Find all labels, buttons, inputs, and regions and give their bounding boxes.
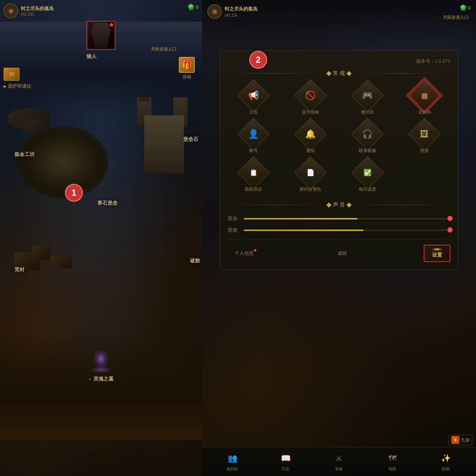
dwarf-label: 矮人 xyxy=(87,53,97,60)
shelter-arrow: ▶ xyxy=(4,84,6,88)
map-icon: 🗺 xyxy=(386,452,399,465)
badge-1: 1 xyxy=(65,184,83,202)
portrait-notification-dot xyxy=(110,23,113,27)
sound-title-wrap: 声 音 xyxy=(327,201,351,208)
tab-map[interactable]: 🗺 地图 xyxy=(386,452,399,472)
account-glyph: 👤 xyxy=(248,129,259,139)
tab-log[interactable]: 📖 日志 xyxy=(279,452,292,472)
support-icon: 🎧 xyxy=(356,123,379,146)
badge-2: 2 xyxy=(249,51,267,69)
menu-item-announcement[interactable]: 📢 公告 xyxy=(228,84,279,115)
ruin-stone-2 xyxy=(32,245,50,259)
right-panel: ⊕ 时之尽头的孤岛 (42,13) 0 天际步道人口 版本号：1.0.271 常… xyxy=(202,0,476,476)
broken-label: 破败 xyxy=(190,258,200,264)
community-icon: 🎮 xyxy=(356,84,379,107)
sfx-slider-fill xyxy=(244,230,363,231)
notify-icon: 🔔 xyxy=(299,123,322,146)
letter-icon[interactable]: ✉ xyxy=(4,68,19,81)
menu-item-account[interactable]: 👤 账号 xyxy=(228,123,279,154)
settings-btn[interactable]: 设置 xyxy=(424,245,450,262)
soul-tomb-label: ✓ 灵魂之墓 xyxy=(88,376,114,382)
personal-info-dot xyxy=(254,249,256,252)
preview-icon: 📄 xyxy=(299,161,322,184)
sfx-slider-track[interactable] xyxy=(244,230,450,231)
personal-info-btn[interactable]: 个人信息 xyxy=(228,247,261,259)
log-label: 日志 xyxy=(282,466,290,472)
sfx-slider-row: 音效 xyxy=(228,227,450,233)
daily-glyph: ✅ xyxy=(363,169,371,177)
sound-section-header: 声 音 xyxy=(228,201,450,208)
music-slider-fill xyxy=(244,218,357,219)
personal-info-label: 个人信息 xyxy=(235,250,254,257)
sound-divider-right xyxy=(354,205,450,205)
cold-stone-label: 寒石堡垒 xyxy=(97,200,118,206)
ruin-stone-3 xyxy=(50,256,72,268)
wasteland-label: 荒村 xyxy=(14,267,25,273)
activity-button[interactable]: 🎁 活动 xyxy=(179,57,195,80)
quality-glyph: 🖼 xyxy=(420,129,429,139)
music-slider-track[interactable] xyxy=(244,218,450,219)
menu-item-privacy[interactable]: 📋 隐私协议 xyxy=(228,161,279,192)
menu-item-quality[interactable]: 🖼 画质 xyxy=(399,123,450,154)
right-location-name: 时之尽头的孤岛 xyxy=(225,6,257,12)
compass-icon-right[interactable]: ⊕ xyxy=(207,4,222,19)
skill-label: 技能 xyxy=(442,466,450,472)
terrain-mid xyxy=(18,126,108,198)
general-title-wrap: 常 规 xyxy=(327,70,351,77)
watermark: 9 九游 xyxy=(449,435,472,445)
gem-icon-left xyxy=(188,4,194,10)
menu-item-redeem[interactable]: ▦ 兑换码 xyxy=(399,84,450,115)
tab-skill[interactable]: ✨ 技能 xyxy=(439,452,452,472)
privacy-glyph: 📋 xyxy=(250,169,257,177)
guide-icon: 🚫 xyxy=(299,84,322,107)
sound-diamond-right xyxy=(347,202,352,207)
menu-item-support[interactable]: 🎧 联系客服 xyxy=(342,123,393,154)
tab-equip[interactable]: ⚔ 装备 xyxy=(332,452,345,472)
sound-section: 声 音 音乐 音效 xyxy=(228,201,450,233)
settings-panel: 版本号：1.0.271 常 规 📢 公告 xyxy=(220,50,458,270)
tab-squad[interactable]: 👥 返回队 xyxy=(226,452,239,472)
notify-glyph: 🔔 xyxy=(305,129,316,139)
menu-item-notify[interactable]: 🔔 通知 xyxy=(285,123,336,154)
privacy-icon: 📋 xyxy=(242,161,265,184)
alchemy-label: 炼金工坊 xyxy=(14,151,35,158)
menu-item-preview[interactable]: 📄 新内容预告 xyxy=(285,161,336,192)
character-portrait[interactable] xyxy=(87,21,115,50)
log-icon: 📖 xyxy=(279,452,292,465)
menu-grid-row1: 📢 公告 🚫 提升指南 🎮 微社区 xyxy=(228,84,450,115)
support-glyph: 🎧 xyxy=(362,129,373,139)
menu-item-guide[interactable]: 🚫 提升指南 xyxy=(285,84,336,115)
player-character xyxy=(90,350,112,379)
achievements-btn[interactable]: 成就 xyxy=(330,247,354,259)
right-currency-val: 0 xyxy=(468,5,471,10)
redeem-glyph: ▦ xyxy=(421,91,428,100)
music-slider-thumb[interactable] xyxy=(448,216,453,221)
activity-icon: 🎁 xyxy=(179,57,195,73)
right-location-coords: (42,13) xyxy=(225,13,257,17)
preview-glyph: 📄 xyxy=(307,169,314,177)
shelter-label[interactable]: ▶ 庇护所遗址 xyxy=(4,83,31,89)
hud-top-left: ⊕ 时之尽头的孤岛 (42,13) xyxy=(4,4,54,18)
step-trail-right: 天际步道人口 xyxy=(443,14,469,21)
equip-label: 装备 xyxy=(335,466,343,472)
redeem-icon: ▦ xyxy=(413,84,436,107)
menu-item-daily[interactable]: ✅ 每日进度 xyxy=(342,161,393,192)
location-name-left: 时之尽头的孤岛 xyxy=(21,5,54,12)
currency-display-left: 0 xyxy=(188,4,198,10)
diamond-right xyxy=(347,71,352,76)
menu-item-community[interactable]: 🎮 微社区 xyxy=(342,84,393,115)
left-panel: ⊕ 时之尽头的孤岛 (42,13) 矮人 0 🎁 活动 天际步道人口 ✉ ▶ 庇… xyxy=(0,0,202,476)
right-top-bar: ⊕ 时之尽头的孤岛 (42,13) 0 xyxy=(202,0,476,47)
compass-icon[interactable]: ⊕ xyxy=(4,4,18,18)
ruins xyxy=(14,245,87,288)
sfx-slider-thumb[interactable] xyxy=(448,227,453,232)
jiuyou-icon: 9 xyxy=(451,436,459,444)
bottom-tabs: 👥 返回队 📖 日志 ⚔ 装备 🗺 地图 ✨ 技能 xyxy=(202,447,476,476)
account-icon: 👤 xyxy=(242,123,265,146)
char-glow xyxy=(94,350,108,368)
sound-divider-left xyxy=(228,205,323,205)
castle-merlon xyxy=(139,97,150,102)
general-section-header: 常 规 xyxy=(228,70,450,77)
map-label: 地图 xyxy=(388,466,396,472)
skill-icon: ✨ xyxy=(439,452,452,465)
